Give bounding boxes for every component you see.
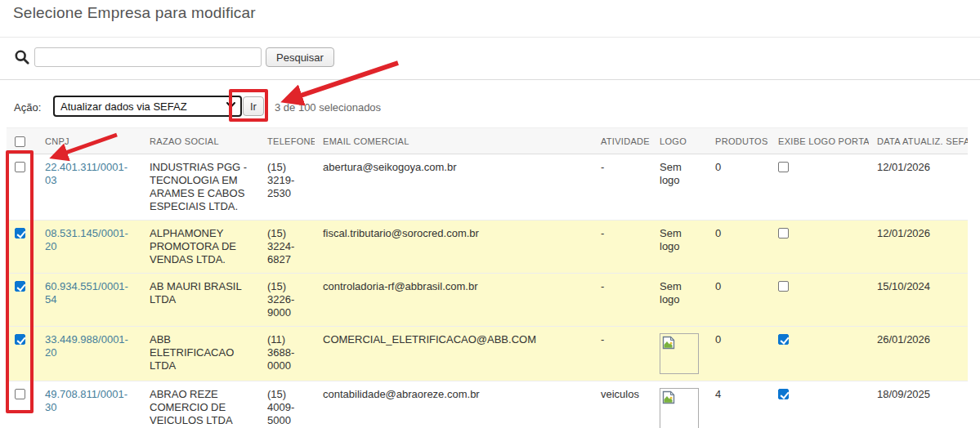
table-row: 49.708.811/0001-30 ABRAO REZE COMERCIO D… [7,381,968,428]
razao-social-cell: ALPHAMONEY PROMOTORA DE VENDAS LTDA. [141,221,259,274]
razao-social-cell: ABB ELETRIFICACAO LTDA [141,327,259,381]
email-cell: COMERCIAL_ELETRIFICACAO@ABB.COM [315,327,593,381]
row-select-checkbox[interactable] [15,334,25,345]
broken-image-icon [660,333,699,374]
telefone-cell: (11) 3688-0000 [259,327,315,381]
exibe-logo-portal-checkbox[interactable] [778,334,789,345]
broken-image-icon [660,388,699,428]
data-atualiz-sefaz-cell: 12/01/2026 [869,154,968,221]
row-select-checkbox[interactable] [15,281,25,292]
produtos-cell: 0 [707,221,770,274]
produtos-cell: 4 [707,381,770,428]
cnpj-link[interactable]: 08.531.145/0001-20 [45,227,128,252]
produtos-cell: 0 [707,274,770,327]
atividade-cell: veiculos [593,381,651,428]
telefone-cell: (15) 3219-2530 [259,154,315,221]
row-select-checkbox[interactable] [15,228,25,239]
select-all-checkbox[interactable] [15,136,25,147]
page-title: Selecione Empresa para modificar [13,4,256,22]
selection-counter: 3 de 100 selecionados [275,101,381,114]
razao-social-cell: INDUSTRIAS PGG - TECNOLOGIA EM ARAMES E … [141,154,259,221]
header-cnpj: CNPJ [37,128,141,154]
exibe-logo-portal-checkbox[interactable] [778,228,789,239]
atividade-cell: - [593,274,651,327]
razao-social-cell: AB MAURI BRASIL LTDA [141,274,259,327]
table-row: 08.531.145/0001-20 ALPHAMONEY PROMOTORA … [7,221,968,274]
email-cell: fiscal.tributario@sorocred.com.br [315,221,593,274]
logo-text: Sem logo [660,161,682,186]
row-select-checkbox[interactable] [15,389,25,399]
table-header-row: CNPJ RAZAO SOCIAL TELEFONE EMAIL COMERCI… [7,128,968,154]
razao-social-cell: ABRAO REZE COMERCIO DE VEICULOS LTDA [141,381,259,428]
company-table: CNPJ RAZAO SOCIAL TELEFONE EMAIL COMERCI… [7,127,968,428]
data-atualiz-sefaz-cell: 26/01/2026 [869,327,968,381]
data-atualiz-sefaz-cell: 15/10/2024 [869,274,968,327]
logo-cell: Sem logo [651,154,707,221]
action-select[interactable]: Atualizar dados via SEFAZ [53,96,242,117]
produtos-cell: 0 [707,327,770,381]
telefone-cell: (15) 3224-6827 [259,221,315,274]
action-label: Ação: [14,101,41,114]
header-exibe-logo-portal: EXIBE LOGO PORTAL [770,128,869,154]
telefone-cell: (15) 4009-5000 [259,381,315,428]
changelist-page: Selecione Empresa para modificar Pesquis… [0,0,980,428]
email-cell: controladoria-rf@abbrasil.com.br [315,274,593,327]
cnpj-link[interactable]: 60.934.551/0001-54 [45,280,128,305]
search-icon [14,49,30,65]
cnpj-link[interactable]: 22.401.311/0001-03 [45,161,128,186]
logo-text: Sem logo [660,227,682,252]
search-button[interactable]: Pesquisar [266,47,334,67]
atividade-cell: - [593,327,651,381]
logo-cell [651,327,707,381]
actions-row: Ação: Atualizar dados via SEFAZ Ir 3 de … [0,96,980,120]
exibe-logo-portal-checkbox[interactable] [778,281,789,292]
logo-text: Sem logo [660,280,682,305]
cnpj-link[interactable]: 33.449.988/0001-20 [45,333,128,359]
produtos-cell: 0 [707,154,770,221]
search-bar: Pesquisar [0,37,980,80]
header-data-atualiz-sefaz: DATA ATUALIZ. SEFAZ [869,128,968,154]
header-atividade: ATIVIDADE [593,128,651,154]
exibe-logo-portal-checkbox[interactable] [778,162,789,172]
row-select-checkbox[interactable] [15,162,25,172]
header-razao-social: RAZAO SOCIAL [141,128,259,154]
logo-cell [651,381,707,428]
data-atualiz-sefaz-cell: 12/01/2026 [869,221,968,274]
logo-cell: Sem logo [651,274,707,327]
email-cell: abertura@seikogoya.com.br [315,154,593,221]
table-row: 22.401.311/0001-03 INDUSTRIAS PGG - TECN… [7,154,968,221]
exibe-logo-portal-checkbox[interactable] [778,389,789,399]
logo-cell: Sem logo [651,221,707,274]
header-logo: LOGO [651,128,707,154]
atividade-cell: - [593,154,651,221]
header-telefone: TELEFONE [259,128,315,154]
cnpj-link[interactable]: 49.708.811/0001-30 [45,388,128,413]
data-atualiz-sefaz-cell: 18/09/2025 [869,381,968,428]
ir-button[interactable]: Ir [243,96,264,116]
header-email-comercial: EMAIL COMERCIAL [315,128,593,154]
atividade-cell: - [593,221,651,274]
table-row: 60.934.551/0001-54 AB MAURI BRASIL LTDA … [7,274,968,327]
telefone-cell: (15) 3226-9000 [259,274,315,327]
search-input[interactable] [34,47,262,67]
header-produtos: PRODUTOS [707,128,770,154]
table-row: 33.449.988/0001-20 ABB ELETRIFICACAO LTD… [7,327,968,381]
email-cell: contabilidade@abraoreze.com.br [315,381,593,428]
